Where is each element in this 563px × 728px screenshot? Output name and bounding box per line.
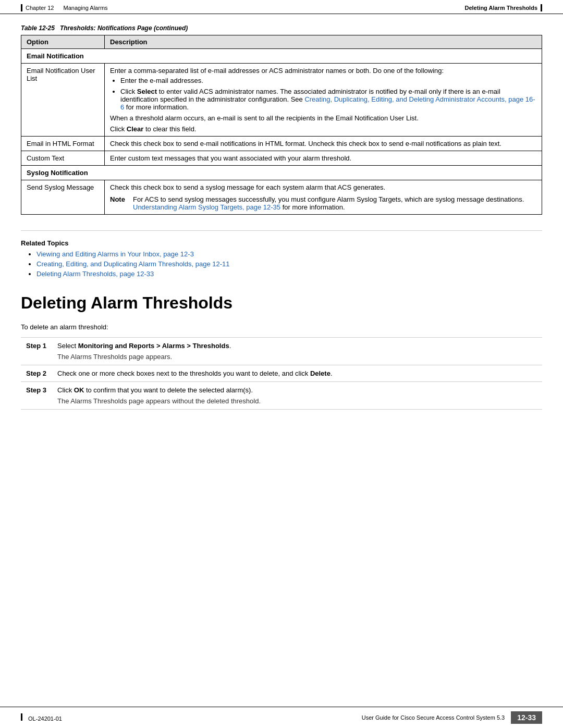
related-topics-list: Viewing and Editing Alarms in Your Inbox… (36, 250, 542, 278)
main-table: Option Description Email Notification Em… (21, 35, 542, 215)
step-1-content: Select Monitoring and Reports > Alarms >… (52, 338, 542, 365)
step-3-row: Step 3 Click OK to confirm that you want… (21, 382, 542, 410)
step-2-content: Check one or more check boxes next to th… (52, 365, 542, 382)
header-right-bar (541, 4, 542, 11)
desc-email-html: Check this check box to send e-mail noti… (105, 137, 542, 151)
section-header-email: Email Notification (21, 49, 542, 64)
col-header-option: Option (21, 35, 105, 49)
footer-left-bar (21, 713, 22, 721)
table-caption: Table 12-25 Thresholds: Notifications Pa… (21, 24, 542, 32)
desc-custom-text: Enter custom text messages that you want… (105, 151, 542, 166)
option-send-syslog: Send Syslog Message (21, 180, 105, 215)
table-row: Email in HTML Format Check this check bo… (21, 137, 542, 151)
step-2-text: Check one or more check boxes next to th… (57, 369, 537, 377)
page-header: Chapter 12 Managing Alarms Deleting Alar… (0, 0, 563, 14)
note-content: For ACS to send syslog messages successf… (133, 195, 536, 211)
page-number: 12-33 (517, 713, 536, 722)
section-label-syslog: Syslog Notification (21, 166, 542, 180)
main-content: Table 12-25 Thresholds: Notifications Pa… (0, 14, 563, 441)
table-row: Send Syslog Message Check this check box… (21, 180, 542, 215)
desc-text-2: When a threshold alarm occurs, an e-mail… (110, 114, 536, 122)
col-header-description: Description (105, 35, 542, 49)
page-footer: OL-24201-01 User Guide for Cisco Secure … (0, 707, 563, 728)
step-1-text: Select Monitoring and Reports > Alarms >… (57, 342, 537, 350)
related-link-3: Deleting Alarm Thresholds, page 12-33 (36, 270, 542, 278)
step-1-label: Step 1 (21, 338, 52, 365)
table-row: Email Notification User List Enter a com… (21, 64, 542, 137)
header-left: Chapter 12 Managing Alarms (21, 4, 108, 11)
page-number-box: 12-33 (511, 711, 542, 724)
desc-send-syslog: Check this check box to send a syslog me… (105, 180, 542, 215)
link-creating-editing[interactable]: Creating, Editing, and Duplicating Alarm… (36, 260, 229, 268)
desc-text-1: Enter a comma-separated list of e-mail a… (110, 67, 536, 75)
bullet-1: Enter the e-mail addresses. (120, 77, 536, 84)
footer-left: OL-24201-01 (21, 713, 62, 722)
table-number: Table 12-25 (21, 24, 55, 32)
link-deleting[interactable]: Deleting Alarm Thresholds, page 12-33 (36, 270, 154, 278)
related-topics: Related Topics Viewing and Editing Alarm… (21, 239, 542, 278)
divider-1 (21, 230, 542, 231)
chapter-label: Chapter 12 (26, 5, 54, 11)
step-3-text: Click OK to confirm that you want to del… (57, 386, 537, 394)
step-1-sub: The Alarms Thresholds page appears. (57, 353, 537, 361)
desc-text-3: Click Clear to clear this field. (110, 125, 536, 133)
step-1-row: Step 1 Select Monitoring and Reports > A… (21, 338, 542, 365)
intro-text: To delete an alarm threshold: (21, 323, 542, 331)
bullet-2: Click Select to enter valid ACS administ… (120, 88, 536, 111)
step-2-label: Step 2 (21, 365, 52, 382)
section-label-email: Email Notification (21, 49, 542, 64)
email-bullets: Enter the e-mail addresses. Click Select… (120, 77, 536, 111)
link-admin-accounts[interactable]: Creating, Duplicating, Editing, and Dele… (120, 95, 535, 111)
footer-guide-title: User Guide for Cisco Secure Access Contr… (362, 714, 505, 721)
related-link-2: Creating, Editing, and Duplicating Alarm… (36, 260, 542, 268)
step-3-content: Click OK to confirm that you want to del… (52, 382, 542, 410)
option-email-user-list: Email Notification User List (21, 64, 105, 137)
section-heading: Deleting Alarm Thresholds (21, 293, 542, 313)
table-title: Thresholds: Notifications Page (continue… (60, 24, 188, 32)
section-header-syslog: Syslog Notification (21, 166, 542, 180)
header-left-bar (21, 4, 22, 11)
desc-email-user-list: Enter a comma-separated list of e-mail a… (105, 64, 542, 137)
option-custom-text: Custom Text (21, 151, 105, 166)
steps-table: Step 1 Select Monitoring and Reports > A… (21, 337, 542, 410)
step-3-label: Step 3 (21, 382, 52, 410)
footer-right: User Guide for Cisco Secure Access Contr… (362, 711, 542, 724)
step-3-sub: The Alarms Thresholds page appears witho… (57, 397, 537, 405)
table-row: Custom Text Enter custom text messages t… (21, 151, 542, 166)
option-email-html: Email in HTML Format (21, 137, 105, 151)
footer-doc-id: OL-24201-01 (28, 715, 62, 722)
link-viewing-editing[interactable]: Viewing and Editing Alarms in Your Inbox… (36, 250, 194, 258)
header-right: Deleting Alarm Thresholds (464, 4, 542, 11)
note-box: Note For ACS to send syslog messages suc… (110, 195, 536, 211)
link-syslog-targets[interactable]: Understanding Alarm Syslog Targets, page… (133, 203, 280, 211)
header-right-label: Deleting Alarm Thresholds (464, 5, 537, 11)
chapter-title: Managing Alarms (64, 5, 108, 11)
step-2-row: Step 2 Check one or more check boxes nex… (21, 365, 542, 382)
related-link-1: Viewing and Editing Alarms in Your Inbox… (36, 250, 542, 258)
note-label: Note (110, 195, 129, 211)
syslog-main-text: Check this check box to send a syslog me… (110, 183, 536, 191)
related-topics-heading: Related Topics (21, 239, 542, 247)
